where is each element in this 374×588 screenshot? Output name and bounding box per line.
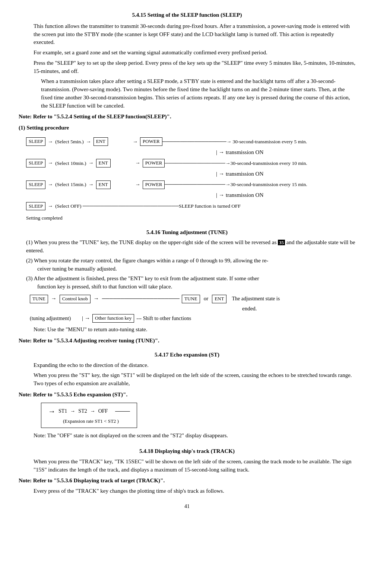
- tune-diagram-subrow: (tuning adjustment) | → Other function k…: [30, 314, 355, 323]
- arrow-3b: →: [89, 181, 94, 188]
- st-diagram-box: → ST1 → ST2 → OFF (Expansion rate ST1 < …: [41, 403, 137, 428]
- tune-ent: ENT: [212, 295, 226, 303]
- sleep-row-5min: SLEEP → (Select 5min.) → ENT → POWER ───…: [26, 137, 355, 147]
- arrow-1c: →: [133, 138, 138, 146]
- setting-completed: Setting completed: [26, 214, 355, 222]
- desc-1: → 30-second-transmission every 5 min.: [226, 138, 307, 146]
- tune-item1: (1) When you press the "TUNE" key, the T…: [26, 239, 355, 255]
- sleep-title: 5.4.15 Setting of the SLEEP function (SL…: [19, 11, 355, 19]
- sleep-key-2: SLEEP: [26, 159, 45, 167]
- dashes-1: ──────────────────: [162, 138, 226, 146]
- sleep-note: Note: Refer to "5.5.2.4 Setting of the S…: [19, 113, 355, 121]
- st-arrow-in: →: [48, 406, 56, 417]
- sub-text-3: transmission ON: [226, 191, 263, 199]
- pipe-sub: |: [82, 314, 83, 323]
- sub-arrow-1: →: [219, 148, 224, 157]
- st2-label: ST2: [78, 408, 87, 415]
- ent-key-2: ENT: [96, 159, 111, 167]
- sleep-table: SLEEP → (Select 5min.) → ENT → POWER ───…: [26, 137, 355, 211]
- track-title: 5.4.18 Displaying ship's track (TRACK): [19, 447, 355, 456]
- tune-result1: The adjustment state is: [232, 295, 280, 303]
- sleep-row-10min: SLEEP → (Select 10min.) → ENT → POWER ──…: [26, 158, 355, 169]
- dashes-3: ─────────────────: [165, 181, 225, 188]
- tune-item2: (2) When you rotate the rotary control, …: [26, 257, 355, 273]
- tune-key-1: TUNE: [30, 295, 48, 303]
- arrow-2b: →: [89, 159, 94, 167]
- pipe-3: |: [216, 191, 217, 199]
- control-knob: Control knob: [60, 295, 91, 303]
- tune-item3: (3) After the adjustment is finished, pr…: [26, 275, 355, 291]
- ent-key-3: ENT: [96, 180, 111, 189]
- st-para2: When you press the "ST" key, the sign "S…: [34, 371, 355, 388]
- arrow-3c: →: [135, 181, 140, 188]
- arrow-1a: →: [48, 138, 53, 146]
- select-15min: (Select 15min.): [55, 181, 86, 188]
- sub-text-2: transmission ON: [226, 170, 263, 178]
- sleep-para3: Press the "SLEEP" key to set up the slee…: [34, 59, 355, 76]
- tuning-label: (tuning adjustment): [30, 315, 71, 322]
- pipe-1: |: [216, 148, 217, 157]
- page-number: 41: [19, 503, 355, 510]
- st-note: Note: Refer to "5.5.3.5 Echo expansion (…: [19, 391, 355, 399]
- power-key-2: POWER: [143, 159, 165, 167]
- arrow-1b: →: [86, 138, 91, 146]
- arrow-2a: →: [48, 159, 53, 167]
- select-10min: (Select 10min.): [55, 160, 86, 167]
- st-para1: Expanding the echo to the direction of t…: [34, 361, 355, 370]
- desc-2: →30-second-transmission every 10 min.: [225, 160, 307, 167]
- sub-arrow-2: →: [219, 170, 224, 178]
- track-note: Note: Refer to "5.5.3.6 Displaying track…: [19, 477, 355, 485]
- sleep-key-1: SLEEP: [26, 137, 45, 146]
- pipe-2: |: [216, 170, 217, 178]
- power-key-1: POWER: [140, 137, 162, 146]
- desc-3: →30-second-transmission every 15 min.: [225, 181, 307, 188]
- tune-note1: Note: Use the "MENU" to return auto-tuni…: [34, 326, 355, 334]
- sub-row-2: | → transmission ON: [216, 170, 355, 178]
- st-line: [115, 411, 130, 412]
- sleep-para2: For example, set a guard zone and set th…: [34, 49, 355, 57]
- tune-diagram-row1: TUNE → Control knob → ──────────────────…: [30, 295, 355, 303]
- ent-key-1: ENT: [94, 137, 108, 146]
- st-title: 5.4.17 Echo expansion (ST): [19, 351, 355, 359]
- arrow-2c: →: [135, 159, 140, 167]
- st-off-label: OFF: [98, 408, 108, 415]
- sub-arrow-3: →: [219, 191, 224, 199]
- st1-label: ST1: [58, 408, 67, 415]
- power-key-3: POWER: [143, 180, 165, 189]
- st-arrow2: →: [90, 408, 95, 415]
- arrow-4a: →: [48, 202, 53, 210]
- sub-row-3: | → transmission ON: [216, 191, 355, 199]
- tune-diagram-result2: ended.: [30, 305, 355, 313]
- tune-section: 5.4.16 Tuning adjustment (TUNE) (1) When…: [19, 229, 355, 345]
- sub-row-1: | → transmission ON: [216, 148, 355, 157]
- st-section: 5.4.17 Echo expansion (ST) Expanding the…: [19, 351, 355, 440]
- dashes-2: ─────────────────: [165, 160, 225, 167]
- shift-text: --- Shift to other functions: [136, 315, 191, 322]
- select-off: (Select OFF) ───────────────────────────: [55, 202, 179, 210]
- track-section: 5.4.18 Displaying ship's track (TRACK) W…: [19, 447, 355, 495]
- st-arrow1: →: [70, 408, 75, 415]
- desc-4: SLEEP function is turned OFF: [179, 202, 241, 210]
- tune-title: 5.4.16 Tuning adjustment (TUNE): [19, 229, 355, 237]
- select-5min: (Select 5min.): [55, 138, 83, 146]
- sleep-key-4: SLEEP: [26, 202, 45, 211]
- tune-key-2: TUNE: [182, 295, 200, 303]
- sleep-para4: When a transmission takes place after se…: [41, 77, 355, 110]
- sub-text-1: transmission ON: [226, 148, 263, 157]
- st-diagram-inner: → ST1 → ST2 → OFF: [48, 406, 130, 417]
- sleep-row-off: SLEEP → (Select OFF) ───────────────────…: [26, 201, 355, 211]
- tune-or: or: [204, 295, 209, 303]
- arrow-3a: →: [48, 181, 53, 188]
- tune-result2: ended.: [242, 305, 257, 313]
- other-function-key: Other function key: [92, 314, 134, 323]
- sleep-section: 5.4.15 Setting of the SLEEP function (SL…: [19, 11, 355, 222]
- tune-arrow1: →: [51, 295, 57, 303]
- tune-arrow2: →: [94, 295, 99, 303]
- st-diagram-container: → ST1 → ST2 → OFF (Expansion rate ST1 < …: [41, 403, 355, 428]
- sleep-para1: This function allows the transmitter to …: [34, 22, 355, 47]
- sleep-subtitle: (1) Setting procedure: [19, 124, 355, 132]
- st-expansion-note: (Expansion rate ST1 < ST2 ): [63, 418, 130, 425]
- sleep-row-15min: SLEEP → (Select 15min.) → ENT → POWER ──…: [26, 179, 355, 190]
- tune-dashes: ─────────────────────: [102, 295, 180, 303]
- st-note2: Note: The "OFF" state is not displayed o…: [34, 432, 355, 440]
